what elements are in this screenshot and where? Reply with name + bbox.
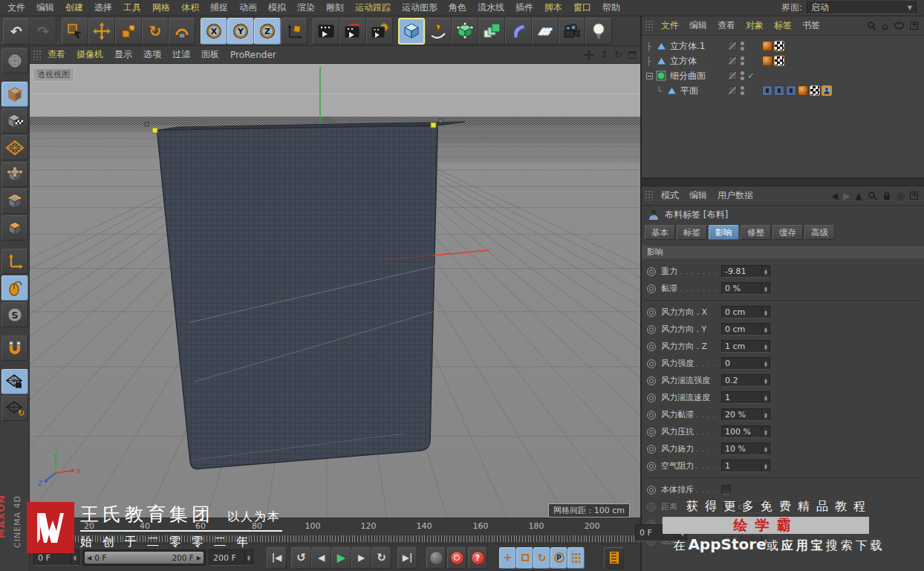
autokey-button[interactable] (447, 547, 466, 569)
render-view-button[interactable] (313, 18, 339, 45)
stepper-icon[interactable]: ▲▼ (761, 443, 770, 454)
object-row-cube1[interactable]: ├ 立方体.1 (642, 39, 924, 53)
next-frame-button[interactable]: ▶ (351, 547, 371, 569)
lock-workplane-button[interactable] (1, 369, 28, 394)
wind-x-field[interactable]: 0 cm▲▼ (721, 306, 770, 319)
visibility-dots[interactable] (741, 42, 744, 50)
points-mode-button[interactable] (1, 162, 28, 187)
om-menu-file[interactable]: 文件 (661, 19, 679, 32)
lock-icon[interactable] (882, 191, 891, 200)
tweak-mode-button[interactable] (1, 275, 28, 301)
add-array-generator-button[interactable] (478, 18, 505, 45)
object-row-cube[interactable]: ├ 立方体 (642, 53, 924, 68)
viewport-menu-camera[interactable]: 摄像机 (77, 48, 103, 61)
x-axis-lock-button[interactable]: X (201, 18, 227, 45)
range-left-arrow-icon[interactable]: ◀ (87, 555, 91, 561)
air-resistance-field[interactable]: 1▲▼ (721, 460, 770, 472)
stepper-icon[interactable]: ▲▼ (761, 324, 770, 335)
viewport-menu-view[interactable]: 查看 (48, 48, 65, 61)
viewport-menu-options[interactable]: 选项 (143, 48, 161, 61)
search-icon[interactable] (867, 21, 876, 30)
stepper-icon[interactable]: ▲▼ (761, 307, 770, 318)
redo-button[interactable]: ↷ (30, 18, 56, 45)
new-panel-icon[interactable] (910, 192, 918, 200)
wind-turbulence-speed-field[interactable]: 1▲▼ (721, 391, 770, 404)
anim-dot-icon[interactable] (647, 342, 656, 351)
anim-dot-icon[interactable] (647, 486, 656, 495)
render-settings-button[interactable] (366, 18, 393, 45)
last-tool-button[interactable] (169, 18, 195, 45)
interface-dropdown[interactable]: 启动 ▼ (807, 1, 917, 14)
stepper-icon[interactable]: ▲▼ (761, 460, 770, 472)
anim-dot-icon[interactable] (647, 359, 656, 368)
tab-expert[interactable]: 高级 (804, 225, 835, 240)
key-pla-button[interactable] (567, 547, 585, 569)
home-icon[interactable]: ⌂ (882, 21, 888, 31)
stepper-icon[interactable]: ▲▼ (244, 550, 253, 565)
stepper-icon[interactable]: ▲▼ (761, 375, 770, 386)
menu-motion-tracker[interactable]: 运动跟踪 (355, 1, 391, 14)
pan-view-icon[interactable] (584, 50, 594, 60)
model-mode-button[interactable] (1, 82, 28, 107)
menu-tools[interactable]: 工具 (123, 1, 141, 14)
om-menu-bookmarks[interactable]: 书签 (802, 19, 820, 32)
stepper-icon[interactable]: ▲▼ (761, 266, 770, 277)
texture-mode-button[interactable] (1, 108, 28, 134)
tab-tag[interactable]: 标签 (677, 225, 707, 240)
stepper-icon[interactable]: ▲▼ (761, 283, 770, 294)
anim-dot-icon[interactable] (647, 462, 656, 471)
soft-selection-button[interactable]: S (1, 302, 28, 327)
play-button[interactable]: ▶ (331, 547, 351, 569)
object-row-plane[interactable]: └ 平面 (642, 83, 924, 98)
visibility-dots[interactable] (741, 71, 744, 80)
point-selection-tag[interactable] (786, 85, 796, 96)
menu-file[interactable]: 文件 (7, 1, 25, 14)
stickiness-field[interactable]: 0 %▲▼ (721, 282, 770, 295)
key-position-button[interactable]: + (499, 547, 516, 569)
menu-snap[interactable]: 捕捉 (210, 1, 228, 14)
rotate-view-icon[interactable]: ↻ (614, 50, 622, 59)
wind-drag-field[interactable]: 20 %▲▼ (721, 408, 770, 421)
menu-simulate[interactable]: 模拟 (268, 1, 286, 14)
phong-tag[interactable] (798, 85, 808, 96)
tab-dresser[interactable]: 修整 (741, 225, 771, 240)
stepper-icon[interactable]: ▲▼ (761, 392, 770, 403)
stepper-icon[interactable]: ▲▼ (761, 409, 770, 420)
viewport-menu-display[interactable]: 显示 (114, 48, 132, 61)
record-button[interactable] (426, 547, 446, 569)
menu-edit[interactable]: 编辑 (36, 1, 54, 14)
phong-tag[interactable] (762, 56, 772, 66)
tab-basic[interactable]: 基本 (645, 225, 675, 240)
move-tool-button[interactable] (88, 18, 115, 45)
history-forward-icon[interactable]: ▶ (843, 192, 850, 200)
stepper-icon[interactable]: ▲▼ (71, 550, 79, 565)
frame-range-slider[interactable]: ◀0 F200 F▶ (82, 549, 206, 566)
keyframe-selection-button[interactable]: ? (468, 547, 487, 569)
render-to-picture-viewer-button[interactable] (339, 18, 366, 45)
panel-grip[interactable] (33, 50, 42, 60)
new-panel-icon[interactable] (910, 22, 918, 30)
menu-script[interactable]: 脚本 (544, 1, 562, 14)
history-back-icon[interactable]: ◀ (831, 192, 838, 200)
planar-workplane-button[interactable]: ↻ (1, 396, 28, 421)
wind-y-field[interactable]: 0 cm▲▼ (721, 323, 770, 336)
anim-dot-icon[interactable] (647, 308, 656, 317)
texture-tag[interactable] (774, 56, 784, 66)
anim-dot-icon[interactable] (647, 376, 656, 385)
panel-grip[interactable] (645, 20, 654, 30)
viewport-scene[interactable]: Y X Z (30, 64, 640, 518)
goto-end-button[interactable]: ▶| (397, 547, 417, 569)
viewport[interactable]: Y X Z 透视视图 网格间距 : 100 cm (30, 64, 640, 518)
scale-tool-button[interactable] (115, 18, 142, 45)
rotate-tool-button[interactable]: ↻ (142, 18, 169, 45)
target-icon[interactable]: ◎ (897, 191, 905, 200)
texture-tag[interactable] (810, 85, 820, 96)
add-subdivision-surface-button[interactable] (452, 18, 478, 45)
selection-tool-button[interactable] (62, 18, 88, 45)
stepper-icon[interactable]: ▲▼ (678, 525, 686, 541)
stepper-icon[interactable]: ▲▼ (761, 358, 770, 369)
previous-frame-button[interactable]: ◀ (311, 547, 331, 569)
menu-animate[interactable]: 动画 (239, 1, 257, 14)
search-icon[interactable] (868, 191, 877, 200)
am-menu-mode[interactable]: 模式 (661, 189, 679, 202)
